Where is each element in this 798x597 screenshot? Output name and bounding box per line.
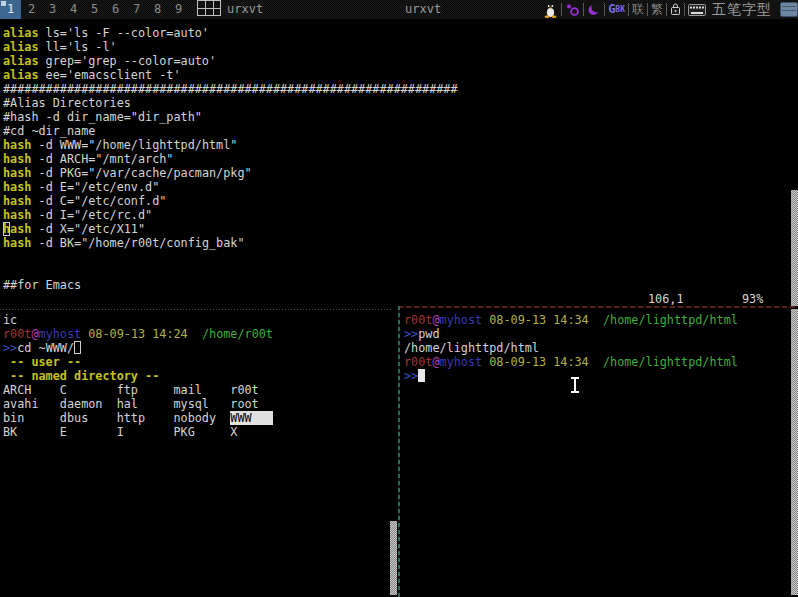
terminal-line: #Alias Directories xyxy=(3,96,790,110)
text-segment: ls='ls -F --color=auto' xyxy=(39,26,209,40)
tag-1[interactable]: 1 xyxy=(0,0,21,19)
terminal-line: alias grep='grep --color=auto' xyxy=(3,54,790,68)
system-tray: GBK 联 繁 五笔字型 xyxy=(543,0,798,19)
tray-separator xyxy=(561,3,562,16)
cursor-block xyxy=(418,369,425,382)
text-segment: -d ARCH="/mnt/arch" xyxy=(31,152,173,166)
text-segment: alias xyxy=(3,54,39,68)
terminal-line: avahi daemon hal mysql root xyxy=(3,397,388,411)
text-segment: myhost xyxy=(440,355,483,369)
text-segment: 08-09-13 14:24 xyxy=(88,327,187,341)
terminal-line: >>cd ~WWW/ xyxy=(3,341,388,355)
terminal-line: alias ls='ls -F --color=auto' xyxy=(3,26,790,40)
terminal-line: hash -d E="/etc/env.d" xyxy=(3,180,790,194)
cursor-hollow xyxy=(74,341,81,354)
terminal-bottom-right[interactable]: r00t@myhost 08-09-13 14:34 /home/lighttp… xyxy=(400,308,790,597)
text-segment: ##for Emacs xyxy=(3,278,81,292)
tray-windows-icon[interactable] xyxy=(780,2,798,17)
terminal-line: BK E I PKG X xyxy=(3,425,388,439)
text-segment: alias xyxy=(3,40,39,54)
tray-separator xyxy=(666,3,667,16)
halfwidth-crescent-icon[interactable] xyxy=(587,0,601,19)
text-segment: ########################################… xyxy=(3,82,458,96)
text-segment: r00t xyxy=(404,355,432,369)
text-segment: cd ~WWW/ xyxy=(17,341,74,355)
text-segment: ash xyxy=(10,222,31,236)
terminal-line: hash -d BK="/home/r00t/config_bak" xyxy=(3,236,790,250)
tag-6[interactable]: 6 xyxy=(105,0,126,19)
text-segment: hash xyxy=(3,194,31,208)
terminal-line: #hash -d dir_name="dir_path" xyxy=(3,110,790,124)
keyboard-icon[interactable] xyxy=(688,0,706,19)
text-segment: ll='ls -l' xyxy=(39,40,117,54)
text-segment: -d C="/etc/conf.d" xyxy=(31,194,166,208)
terminal-line: /home/lighttpd/html xyxy=(404,341,790,355)
text-segment: ARCH C ftp mail r00t xyxy=(3,383,259,397)
text-segment: bin dbus http nobody xyxy=(3,411,230,425)
bar-center-title: urxvt xyxy=(405,0,441,19)
text-segment: @ xyxy=(31,327,38,341)
tray-separator xyxy=(684,3,685,16)
terminal-left-lines: icr00t@myhost 08-09-13 14:24 /home/r00t>… xyxy=(3,313,388,439)
tag-9[interactable]: 9 xyxy=(168,0,189,19)
tag-7[interactable]: 7 xyxy=(126,0,147,19)
scrollbar-thumb-top[interactable] xyxy=(791,190,798,307)
terminal-bottom-left[interactable]: icr00t@myhost 08-09-13 14:24 /home/r00t>… xyxy=(0,310,388,597)
text-segment: -d WWW="/home/lighttpd/html" xyxy=(31,138,237,152)
text-segment: 08-09-13 14:34 xyxy=(489,355,588,369)
text-segment: hash xyxy=(3,138,31,152)
text-segment: hash xyxy=(3,208,31,222)
cjk-simplified-icon[interactable]: 联 xyxy=(632,0,644,19)
gbk-main-text: G xyxy=(608,0,615,19)
text-segment: >> xyxy=(404,327,418,341)
grid-layout-icon[interactable] xyxy=(197,0,221,20)
tag-2[interactable]: 2 xyxy=(21,0,42,19)
scrollbar-thumb-right[interactable] xyxy=(791,309,798,595)
text-segment: @ xyxy=(432,313,439,327)
scrollbar-thumb-left[interactable] xyxy=(390,521,397,595)
cjk-traditional-icon[interactable]: 繁 xyxy=(651,0,663,19)
terminal-line: ##for Emacs xyxy=(3,278,790,292)
text-segment: /home/lighttpd/html xyxy=(404,341,539,355)
text-segment: hash xyxy=(3,152,31,166)
tray-separator xyxy=(583,3,584,16)
mouse-ibeam-cursor xyxy=(570,377,580,393)
tray-separator xyxy=(604,3,605,16)
tray-separator xyxy=(628,3,629,16)
terminal-line: r00t@myhost 08-09-13 14:24 /home/r00t xyxy=(3,327,388,341)
text-segment: @ xyxy=(432,355,439,369)
bar-left-title: urxvt xyxy=(227,0,263,19)
status-bar: 123456789 urxvt urxvt xyxy=(0,0,798,19)
text-segment: alias xyxy=(3,68,39,82)
tag-4[interactable]: 4 xyxy=(63,0,84,19)
terminal-line: alias ee='emacsclient -t' xyxy=(3,68,790,82)
punctuation-width-icon[interactable] xyxy=(565,0,580,19)
terminal-line: bin dbus http nobody WWW xyxy=(3,411,388,425)
terminal-line: r00t@myhost 08-09-13 14:34 /home/lighttp… xyxy=(404,355,790,369)
text-segment: #cd ~dir_name xyxy=(3,124,95,138)
terminal-line xyxy=(3,264,790,278)
gbk-encoding-icon[interactable]: GBK xyxy=(608,0,625,19)
text-segment: >> xyxy=(404,369,418,383)
text-segment: avahi daemon hal mysql root xyxy=(3,397,259,411)
tag-5[interactable]: 5 xyxy=(84,0,105,19)
text-segment: -d PKG="/var/cache/pacman/pkg" xyxy=(31,166,251,180)
text-segment: 08-09-13 14:34 xyxy=(489,313,588,327)
text-segment: myhost xyxy=(39,327,82,341)
terminal-line: -- user -- xyxy=(3,355,388,369)
terminal-right-lines: r00t@myhost 08-09-13 14:34 /home/lighttp… xyxy=(404,313,790,383)
terminal-line: #cd ~dir_name xyxy=(3,124,790,138)
linux-penguin-icon[interactable] xyxy=(543,0,558,19)
punctuation-lock-icon[interactable] xyxy=(670,0,681,19)
vim-ruler-position: 106,1 xyxy=(648,292,684,306)
gbk-sub-text: BK xyxy=(615,0,625,19)
terminal-line: hash -d X="/etc/X11" xyxy=(3,222,790,236)
terminal-top[interactable]: alias ls='ls -F --color=auto'alias ll='l… xyxy=(0,19,790,308)
text-segment: alias xyxy=(3,26,39,40)
tag-8[interactable]: 8 xyxy=(147,0,168,19)
tag-3[interactable]: 3 xyxy=(42,0,63,19)
text-segment: #Alias Directories xyxy=(3,96,131,110)
workspace-tags: 123456789 xyxy=(0,0,189,19)
vim-ruler-percent: 93% xyxy=(742,292,763,306)
text-segment: r00t xyxy=(404,313,432,327)
